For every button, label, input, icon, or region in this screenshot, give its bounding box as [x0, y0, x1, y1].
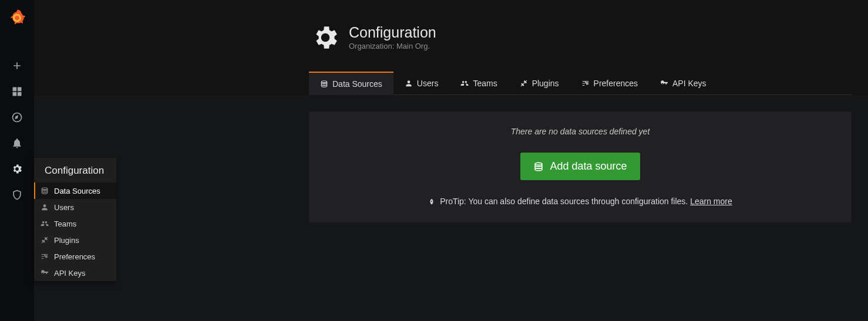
- sidebar-configuration[interactable]: [0, 156, 34, 182]
- users-icon: [460, 79, 469, 87]
- page-header: Configuration Organization: Main Org.: [310, 22, 436, 53]
- page-title: Configuration: [349, 25, 436, 41]
- flyout-item-api-keys[interactable]: API Keys: [34, 265, 116, 281]
- sidebar-rail: [0, 0, 34, 321]
- sliders-icon: [581, 79, 590, 87]
- tab-label: Preferences: [594, 79, 638, 88]
- tab-label: Teams: [473, 79, 497, 88]
- grid-icon: [11, 86, 23, 97]
- key-icon: [660, 79, 668, 87]
- sidebar-create[interactable]: [0, 53, 34, 79]
- flyout-item-label: Users: [54, 203, 74, 212]
- flyout-item-label: API Keys: [54, 269, 85, 278]
- empty-message: There are no data sources defined yet: [321, 127, 840, 136]
- sidebar-explore[interactable]: [0, 104, 34, 130]
- protip-learn-more-link[interactable]: Learn more: [690, 197, 732, 206]
- flyout-item-plugins[interactable]: Plugins: [34, 232, 116, 248]
- gear-icon: [310, 22, 341, 53]
- key-icon: [40, 268, 49, 278]
- data-sources-panel: There are no data sources defined yet Ad…: [309, 111, 852, 222]
- flyout-item-label: Data Sources: [54, 187, 100, 195]
- tab-users[interactable]: Users: [393, 72, 450, 94]
- flyout-item-users[interactable]: Users: [34, 199, 116, 215]
- main-content: Configuration Organization: Main Org. Da…: [34, 0, 868, 321]
- protip: ProTip: You can also define data sources…: [321, 197, 840, 206]
- configuration-flyout: Configuration Data Sources Users Teams P…: [34, 158, 116, 281]
- protip-text: ProTip: You can also define data sources…: [440, 197, 690, 206]
- sidebar-alerting[interactable]: [0, 130, 34, 156]
- add-button-label: Add data source: [550, 160, 627, 173]
- sidebar-dashboards[interactable]: [0, 79, 34, 104]
- flyout-item-label: Plugins: [54, 236, 79, 245]
- tabs-bar: Data Sources Users Teams Plugins Prefere…: [309, 72, 852, 95]
- tab-label: Users: [417, 79, 439, 88]
- tab-label: Data Sources: [332, 79, 382, 89]
- flyout-title: Configuration: [34, 158, 116, 183]
- page-subtitle: Organization: Main Org.: [349, 42, 436, 50]
- sidebar-server-admin[interactable]: [0, 182, 34, 208]
- flyout-item-preferences[interactable]: Preferences: [34, 248, 116, 265]
- shield-icon: [11, 189, 23, 201]
- grafana-logo[interactable]: [0, 0, 34, 34]
- user-icon: [40, 202, 49, 212]
- tab-api-keys[interactable]: API Keys: [649, 72, 718, 94]
- plug-icon: [40, 235, 49, 245]
- tab-data-sources[interactable]: Data Sources: [309, 72, 393, 94]
- tab-label: API Keys: [672, 79, 706, 88]
- bell-icon: [11, 137, 23, 149]
- users-icon: [40, 219, 49, 228]
- rocket-icon: [428, 198, 435, 205]
- tab-preferences[interactable]: Preferences: [570, 72, 649, 94]
- add-data-source-button[interactable]: Add data source: [520, 153, 640, 180]
- grafana-logo-icon: [9, 9, 25, 25]
- sliders-icon: [40, 252, 49, 261]
- flyout-item-data-sources[interactable]: Data Sources: [34, 183, 116, 199]
- user-icon: [405, 79, 413, 87]
- flyout-item-teams[interactable]: Teams: [34, 215, 116, 232]
- tab-teams[interactable]: Teams: [449, 72, 508, 94]
- database-icon: [40, 186, 49, 195]
- flyout-item-label: Preferences: [54, 252, 95, 261]
- plug-icon: [520, 79, 528, 87]
- flyout-item-label: Teams: [54, 219, 76, 228]
- tab-plugins[interactable]: Plugins: [509, 72, 570, 94]
- compass-icon: [11, 111, 23, 123]
- database-icon: [320, 80, 328, 88]
- gear-icon: [11, 163, 23, 175]
- plus-icon: [11, 60, 23, 72]
- tab-label: Plugins: [532, 79, 559, 88]
- database-icon: [533, 161, 544, 172]
